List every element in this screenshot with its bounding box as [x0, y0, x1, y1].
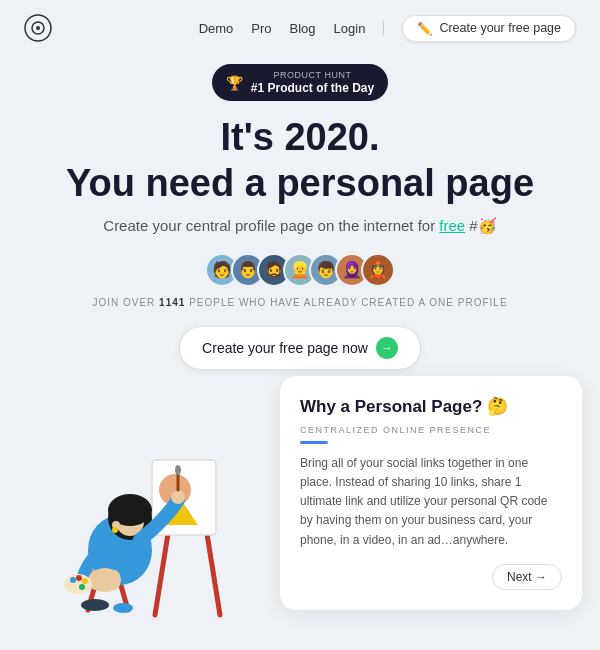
- cta-button[interactable]: Create your free page now →: [179, 326, 421, 370]
- why-card-title: Why a Personal Page? 🤔: [300, 396, 562, 417]
- next-label: Next →: [507, 570, 547, 584]
- svg-point-2: [36, 26, 40, 30]
- why-card-body: Bring all of your social links together …: [300, 454, 562, 550]
- nav-pro[interactable]: Pro: [251, 21, 271, 36]
- svg-point-30: [79, 584, 85, 590]
- pencil-icon: ✏️: [417, 21, 433, 36]
- svg-point-27: [70, 577, 76, 583]
- cta-label: Create your free page now: [202, 340, 368, 356]
- hero-title-main: You need a personal page: [24, 163, 576, 205]
- hero-title-year: It's 2020.: [24, 117, 576, 159]
- artist-illustration: [0, 400, 280, 620]
- why-card: Why a Personal Page? 🤔 CENTRALIZED ONLIN…: [280, 376, 582, 609]
- nav-links: Demo Pro Blog Login ✏️ Create your free …: [199, 15, 576, 42]
- badge-line2: #1 Product of the Day: [251, 81, 374, 95]
- subtitle-suffix: #🥳: [465, 217, 497, 234]
- hero-subtitle: Create your central profile page on the …: [24, 217, 576, 235]
- nav-cta-label: Create your free page: [439, 21, 561, 35]
- next-button[interactable]: Next →: [492, 564, 562, 590]
- svg-point-25: [175, 465, 181, 475]
- logo[interactable]: [24, 14, 52, 42]
- why-card-divider: [300, 441, 328, 444]
- svg-point-17: [113, 603, 133, 613]
- svg-point-20: [108, 494, 152, 526]
- nav-demo[interactable]: Demo: [199, 21, 234, 36]
- product-hunt-badge[interactable]: 🏆 Product Hunt #1 Product of the Day: [212, 64, 388, 101]
- subtitle-prefix: Create your central profile page on the …: [103, 217, 439, 234]
- nav-divider: [383, 21, 384, 35]
- badge-line1: Product Hunt: [251, 70, 374, 81]
- avatars-row: 🧑 👨 🧔 👱 👦 🧕 👲: [24, 253, 576, 287]
- hero-section: 🏆 Product Hunt #1 Product of the Day It'…: [0, 56, 600, 370]
- svg-point-22: [112, 527, 118, 533]
- nav-cta-button[interactable]: ✏️ Create your free page: [402, 15, 576, 42]
- why-card-next-container: Next →: [300, 564, 562, 590]
- badge-text: Product Hunt #1 Product of the Day: [251, 70, 374, 95]
- join-count: 1141: [159, 297, 185, 308]
- join-prefix: JOIN OVER: [92, 297, 159, 308]
- why-card-subtitle: CENTRALIZED ONLINE PRESENCE: [300, 425, 562, 435]
- nav-blog[interactable]: Blog: [290, 21, 316, 36]
- svg-point-29: [82, 578, 88, 584]
- bottom-section: Why a Personal Page? 🤔 CENTRALIZED ONLIN…: [0, 390, 600, 620]
- free-link[interactable]: free: [439, 217, 465, 234]
- artist-svg: [30, 410, 250, 620]
- svg-point-23: [171, 490, 185, 504]
- svg-point-16: [81, 599, 109, 611]
- trophy-icon: 🏆: [226, 75, 243, 91]
- nav-login[interactable]: Login: [334, 21, 366, 36]
- svg-point-28: [76, 575, 82, 581]
- navbar: Demo Pro Blog Login ✏️ Create your free …: [0, 0, 600, 56]
- join-text: JOIN OVER 1141 PEOPLE WHO HAVE ALREADY C…: [24, 297, 576, 308]
- avatar-7: 👲: [361, 253, 395, 287]
- join-suffix: PEOPLE WHO HAVE ALREADY CREATED A ONE PR…: [185, 297, 507, 308]
- cta-arrow-icon: →: [376, 337, 398, 359]
- svg-rect-15: [90, 570, 120, 590]
